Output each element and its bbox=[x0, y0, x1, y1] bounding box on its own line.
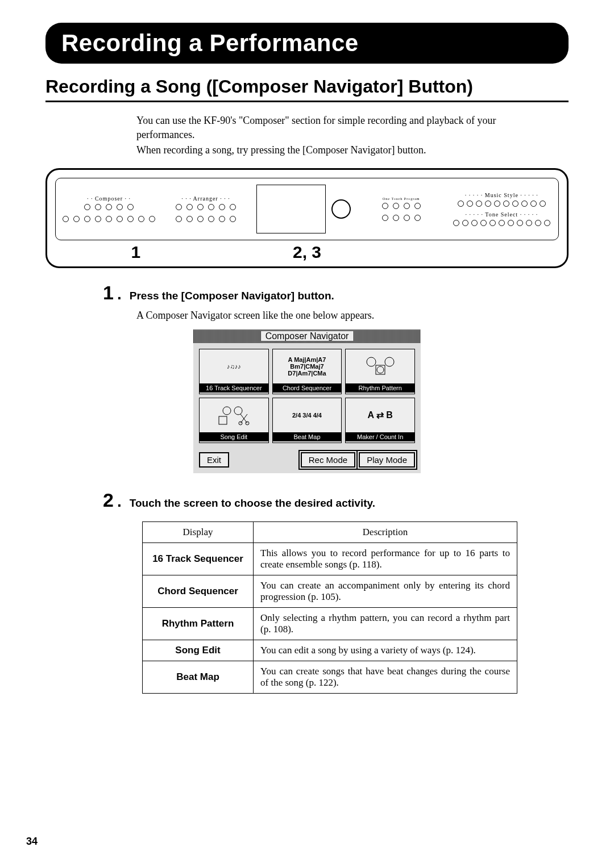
button-icon bbox=[127, 216, 134, 222]
step-number: 2 bbox=[45, 489, 117, 511]
cell-desc: This allows you to record performance fo… bbox=[254, 542, 517, 575]
music-notes-icon: ♪♫♪♪ bbox=[227, 349, 241, 383]
button-icon bbox=[149, 216, 155, 222]
button-icon bbox=[73, 216, 80, 222]
nav-cell-chordseq[interactable]: A Maj|Am|A7 Bm7|CMaj7 D7|Am7|CMa Chord S… bbox=[272, 349, 342, 394]
time-signature-icon: 2/4 3/4 4/4 bbox=[292, 398, 322, 432]
chapter-banner: Recording a Performance bbox=[45, 23, 569, 64]
button-icon bbox=[517, 220, 523, 226]
nav-cell-16track[interactable]: ♪♫♪♪ 16 Track Sequencer bbox=[199, 349, 269, 394]
dotted-label: One Touch Program bbox=[383, 197, 420, 201]
button-icon bbox=[230, 204, 236, 210]
button-icon bbox=[176, 204, 182, 210]
cell-display: Beat Map bbox=[143, 661, 254, 693]
cell-display: Rhythm Pattern bbox=[143, 607, 254, 640]
svg-point-5 bbox=[234, 407, 242, 415]
button-icon bbox=[117, 216, 123, 222]
step-number: 1 bbox=[45, 282, 117, 304]
nav-cell-rhythm[interactable]: Rhythm Pattern bbox=[345, 349, 415, 394]
panel-section-arranger: · · · Arranger · · · bbox=[161, 195, 251, 222]
button-icon bbox=[458, 201, 464, 207]
table-row: 16 Track Sequencer This allows you to re… bbox=[143, 542, 517, 575]
chord-grid-icon: A Maj|Am|A7 Bm7|CMaj7 D7|Am7|CMa bbox=[273, 349, 342, 383]
button-icon bbox=[138, 216, 144, 222]
table-header-row: Display Description bbox=[143, 521, 517, 542]
nav-play-mode-button[interactable]: Play Mode bbox=[359, 452, 415, 468]
cell-display: Song Edit bbox=[143, 640, 254, 661]
svg-point-1 bbox=[385, 357, 394, 366]
button-icon bbox=[494, 201, 500, 207]
section-title: Recording a Song ([Composer Navigator] B… bbox=[45, 76, 569, 102]
nav-cell-caption: Maker / Count In bbox=[346, 432, 414, 441]
svg-point-4 bbox=[223, 407, 231, 415]
callout-2-3: 2, 3 bbox=[217, 243, 398, 262]
intro-line: When recording a song, try pressing the … bbox=[136, 143, 546, 157]
nav-grid: ♪♫♪♪ 16 Track Sequencer A Maj|Am|A7 Bm7|… bbox=[193, 343, 421, 449]
button-icon bbox=[453, 220, 459, 226]
button-icon bbox=[489, 220, 496, 226]
drum-kit-icon bbox=[363, 349, 397, 383]
panel-callouts: 1 2, 3 bbox=[55, 243, 559, 262]
dotted-label: · · · · · Tone Select · · · · · bbox=[466, 211, 538, 218]
button-icon bbox=[95, 204, 101, 210]
button-icon bbox=[197, 216, 204, 222]
button-icon bbox=[127, 204, 134, 210]
button-icon bbox=[393, 203, 399, 209]
th-display: Display bbox=[143, 521, 254, 542]
button-icon bbox=[521, 201, 528, 207]
panel-section-composer: · · Composer · · bbox=[63, 195, 155, 222]
value-dial-icon bbox=[331, 199, 351, 219]
button-icon bbox=[503, 201, 509, 207]
button-icon bbox=[526, 220, 532, 226]
hardware-panel-figure: · · Composer · · bbox=[45, 168, 569, 268]
button-icon bbox=[117, 204, 123, 210]
button-icon bbox=[106, 204, 112, 210]
cell-desc: You can create an accompaniment only by … bbox=[254, 575, 517, 607]
table-row: Chord Sequencer You can create an accomp… bbox=[143, 575, 517, 607]
button-icon bbox=[544, 220, 550, 226]
activity-table: Display Description 16 Track Sequencer T… bbox=[142, 521, 517, 694]
nav-cell-beatmap[interactable]: 2/4 3/4 4/4 Beat Map bbox=[272, 398, 342, 443]
button-icon bbox=[186, 204, 193, 210]
button-icon bbox=[219, 204, 225, 210]
step-title: Press the [Composer Navigator] button. bbox=[130, 290, 334, 302]
step-row: 1 . Press the [Composer Navigator] butto… bbox=[45, 282, 569, 304]
button-icon bbox=[176, 216, 182, 222]
svg-point-3 bbox=[377, 366, 384, 373]
button-icon bbox=[63, 216, 69, 222]
button-icon bbox=[480, 220, 487, 226]
nav-exit-button[interactable]: Exit bbox=[199, 452, 229, 468]
button-icon bbox=[230, 216, 236, 222]
intro-text: You can use the KF-90's "Composer" secti… bbox=[136, 114, 546, 158]
th-description: Description bbox=[254, 521, 517, 542]
nav-title-text: Composer Navigator bbox=[261, 331, 354, 341]
svg-point-0 bbox=[367, 357, 376, 366]
nav-cell-caption: 16 Track Sequencer bbox=[200, 383, 268, 393]
button-icon bbox=[106, 216, 112, 222]
nav-cell-caption: Beat Map bbox=[273, 432, 342, 441]
button-icon bbox=[508, 220, 514, 226]
chapter-title: Recording a Performance bbox=[61, 30, 553, 57]
button-icon bbox=[208, 216, 214, 222]
table-row: Rhythm Pattern Only selecting a rhythm p… bbox=[143, 607, 517, 640]
button-icon bbox=[186, 216, 193, 222]
button-icon bbox=[404, 215, 410, 221]
nav-cell-countin[interactable]: A ⇄ B Maker / Count In bbox=[345, 398, 415, 443]
button-icon bbox=[84, 204, 90, 210]
panel-inner: · · Composer · · bbox=[55, 178, 559, 240]
step-title: Touch the screen to choose the desired a… bbox=[130, 497, 375, 510]
button-icon bbox=[382, 203, 388, 209]
button-icon bbox=[535, 220, 541, 226]
button-icon bbox=[485, 201, 491, 207]
cell-display: 16 Track Sequencer bbox=[143, 542, 254, 575]
button-icon bbox=[499, 220, 505, 226]
svg-rect-8 bbox=[219, 416, 227, 424]
ab-arrow-icon: A ⇄ B bbox=[367, 398, 392, 432]
button-icon bbox=[462, 220, 468, 226]
cell-desc: You can edit a song by using a variety o… bbox=[254, 640, 517, 661]
button-icon bbox=[467, 201, 473, 207]
nav-cell-songedit[interactable]: Song Edit bbox=[199, 398, 269, 443]
button-icon bbox=[414, 215, 421, 221]
button-icon bbox=[84, 216, 90, 222]
nav-rec-mode-button[interactable]: Rec Mode bbox=[301, 452, 355, 468]
